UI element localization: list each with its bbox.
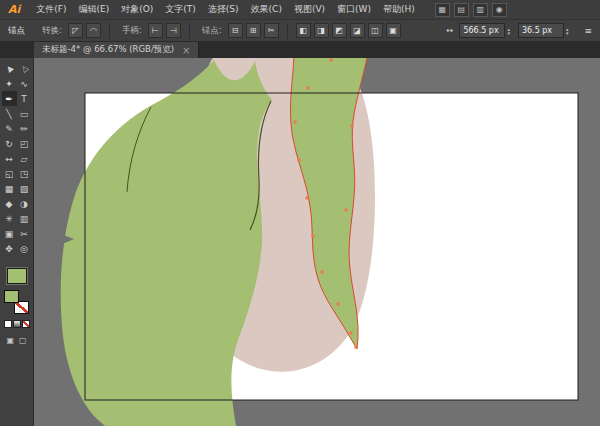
document-tab-bar: 未标题-4* @ 66.67% (RGB/预览) × <box>0 42 600 58</box>
color-controls: ▣ ▢ <box>3 268 30 345</box>
transform-icon: ↔ <box>442 23 457 38</box>
anchor-point[interactable] <box>306 197 309 200</box>
perspective-grid-tool[interactable]: ◳ <box>17 166 32 181</box>
fill-color-swatch[interactable] <box>7 268 27 284</box>
panel-menu-icon[interactable]: ≡ <box>584 26 592 36</box>
handles-label: 手柄: <box>122 25 142 37</box>
rotate-tool[interactable]: ↻ <box>2 136 17 151</box>
anchor-point[interactable] <box>330 59 333 62</box>
grid-icon[interactable]: ▦ <box>435 3 450 17</box>
align-center-v-button[interactable]: ◫ <box>368 23 383 38</box>
menu-window[interactable]: 窗口(W) <box>331 3 377 16</box>
fill-stroke-indicator <box>3 289 30 315</box>
artwork-svg <box>34 58 600 426</box>
menu-view[interactable]: 视图(V) <box>288 3 331 16</box>
pen-tool[interactable]: ✒ <box>2 91 17 106</box>
align-left-button[interactable]: ◧ <box>296 23 311 38</box>
stepper-down-icon[interactable]: ▾ <box>566 31 569 35</box>
gradient-button[interactable] <box>13 320 21 328</box>
connect-anchor-button[interactable]: ⊞ <box>246 23 261 38</box>
zoom-tool[interactable]: ◎ <box>17 241 32 256</box>
free-transform-tool[interactable]: ▱ <box>17 151 32 166</box>
illustrator-window: Ai 文件(F) 编辑(E) 对象(O) 文字(T) 选择(S) 效果(C) 视… <box>0 0 600 426</box>
convert-label: 转换: <box>42 25 62 37</box>
menu-edit[interactable]: 编辑(E) <box>73 3 116 16</box>
mesh-tool[interactable]: ▦ <box>2 181 17 196</box>
align-bottom-button[interactable]: ▣ <box>386 23 401 38</box>
width-tool[interactable]: ↔ <box>2 151 17 166</box>
none-button[interactable] <box>22 320 30 328</box>
y-position-input[interactable] <box>518 23 564 38</box>
type-tool[interactable]: T <box>17 91 32 106</box>
scale-tool[interactable]: ◰ <box>17 136 32 151</box>
paintbrush-tool[interactable]: ✎ <box>2 121 17 136</box>
app-logo-icon[interactable]: Ai <box>8 3 20 16</box>
control-bar: 锚点 转换: ◸ ◠ 手柄: ⊢ ⊣ 锚点: ⊟ ⊞ ✂ ◧ ◨ ◩ ◪ ◫ ▣… <box>0 20 600 42</box>
pencil-tool[interactable]: ✏ <box>17 121 32 136</box>
separator <box>287 23 288 39</box>
anchor-point[interactable] <box>321 271 324 274</box>
color-button[interactable] <box>4 320 12 328</box>
tools-grid: ▲ △ ✦ ∿ ✒ T ╲ ▭ ✎ ✏ ↻ ◰ ↔ ▱ ◱ ◳ ▦ ▨ ◆ ◑ <box>2 61 32 256</box>
show-handles-button[interactable]: ⊢ <box>148 23 163 38</box>
artboard-tool[interactable]: ▣ <box>2 226 17 241</box>
separator <box>189 23 190 39</box>
gradient-tool[interactable]: ▨ <box>17 181 32 196</box>
align-center-h-button[interactable]: ◨ <box>314 23 329 38</box>
fill-indicator[interactable] <box>4 290 19 303</box>
document-tab[interactable]: 未标题-4* @ 66.67% (RGB/预览) × <box>34 42 199 58</box>
anchor-point[interactable] <box>345 209 348 212</box>
anchor-point[interactable] <box>298 159 301 162</box>
sync-icon[interactable]: ◉ <box>492 3 507 17</box>
slice-tool[interactable]: ✂ <box>17 226 32 241</box>
remove-anchor-button[interactable]: ⊟ <box>228 23 243 38</box>
x-stepper[interactable]: ▴ ▾ <box>507 27 510 35</box>
shape-builder-tool[interactable]: ◱ <box>2 166 17 181</box>
anchor-point[interactable] <box>351 125 354 128</box>
hide-handles-button[interactable]: ⊣ <box>166 23 181 38</box>
document-tab-title: 未标题-4* @ 66.67% (RGB/预览) <box>42 44 174 56</box>
color-type-buttons <box>4 320 30 328</box>
hand-tool[interactable]: ✥ <box>2 241 17 256</box>
anchor-point[interactable] <box>307 87 310 90</box>
anchor-point[interactable] <box>337 303 340 306</box>
anchor-point[interactable] <box>312 235 315 238</box>
selection-type-label: 锚点 <box>8 25 25 37</box>
menu-type[interactable]: 文字(T) <box>159 3 202 16</box>
menu-effect[interactable]: 效果(C) <box>245 3 288 16</box>
close-icon[interactable]: × <box>182 45 190 56</box>
screen-mode-icon[interactable]: ▢ <box>19 336 27 345</box>
y-stepper[interactable]: ▴ ▾ <box>566 27 569 35</box>
canvas[interactable] <box>34 58 600 426</box>
anchor-point[interactable] <box>355 346 358 349</box>
x-position-input[interactable] <box>459 23 505 38</box>
symbol-sprayer-tool[interactable]: ✳ <box>2 211 17 226</box>
convert-to-smooth-button[interactable]: ◠ <box>86 23 101 38</box>
eyedropper-tool[interactable]: ◆ <box>2 196 17 211</box>
separator <box>109 23 110 39</box>
rectangle-tool[interactable]: ▭ <box>17 106 32 121</box>
align-top-button[interactable]: ◪ <box>350 23 365 38</box>
draw-mode-icon[interactable]: ▣ <box>6 336 14 345</box>
menu-select[interactable]: 选择(S) <box>202 3 245 16</box>
menubar-right-icons: ▦ ▤ ▥ ◉ <box>435 3 507 17</box>
menu-object[interactable]: 对象(O) <box>115 3 159 16</box>
blend-tool[interactable]: ◑ <box>17 196 32 211</box>
convert-to-corner-button[interactable]: ◸ <box>68 23 83 38</box>
columns-icon[interactable]: ▥ <box>473 3 488 17</box>
cut-path-button[interactable]: ✂ <box>264 23 279 38</box>
column-graph-tool[interactable]: ▥ <box>17 211 32 226</box>
layout-icon[interactable]: ▤ <box>454 3 469 17</box>
menubar: Ai 文件(F) 编辑(E) 对象(O) 文字(T) 选择(S) 效果(C) 视… <box>0 0 600 20</box>
anchors-label: 锚点: <box>202 25 222 37</box>
line-segment-tool[interactable]: ╲ <box>2 106 17 121</box>
anchor-point[interactable] <box>294 121 297 124</box>
mode-buttons: ▣ ▢ <box>6 336 26 345</box>
tools-panel: ▲ △ ✦ ∿ ✒ T ╲ ▭ ✎ ✏ ↻ ◰ ↔ ▱ ◱ ◳ ▦ ▨ ◆ ◑ <box>0 58 34 426</box>
align-right-button[interactable]: ◩ <box>332 23 347 38</box>
menu-file[interactable]: 文件(F) <box>30 3 72 16</box>
anchor-point[interactable] <box>350 332 353 335</box>
stepper-down-icon[interactable]: ▾ <box>507 31 510 35</box>
menu-help[interactable]: 帮助(H) <box>377 3 421 16</box>
transform-fields: ↔ ▴ ▾ ▴ ▾ ≡ <box>442 23 592 38</box>
